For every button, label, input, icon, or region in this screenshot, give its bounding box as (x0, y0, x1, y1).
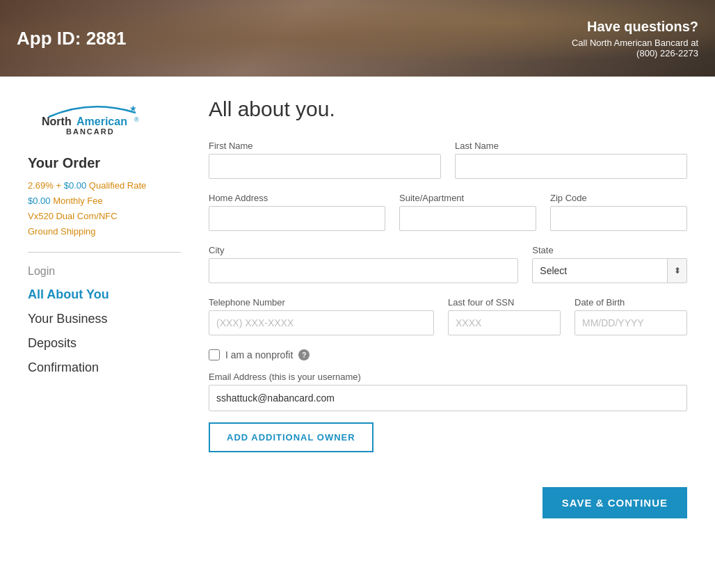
email-label: Email Address (this is your username) (209, 372, 687, 382)
zip-input[interactable] (550, 206, 687, 231)
first-name-input[interactable] (209, 154, 441, 179)
contact-row: Telephone Number Last four of SSN Date o… (209, 297, 687, 335)
ssn-group: Last four of SSN (448, 297, 561, 335)
state-select-wrapper: Select AL AK AZ CA CO FL GA NY TX ⬍ (532, 258, 687, 283)
sidebar-nav: Login All About You Your Business Deposi… (28, 265, 181, 375)
state-dropdown-arrow-icon[interactable]: ⬍ (668, 258, 687, 283)
sidebar: ★ North American ® BANCARD Your Order 2.… (28, 97, 181, 518)
sidebar-item-your-business[interactable]: Your Business (28, 312, 181, 326)
address-row: Home Address Suite/Apartment Zip Code (209, 193, 687, 231)
first-name-label: First Name (209, 141, 441, 151)
sidebar-item-deposits[interactable]: Deposits (28, 336, 181, 351)
sidebar-item-confirmation[interactable]: Confirmation (28, 360, 181, 375)
logo-container: ★ North American ® BANCARD (28, 97, 181, 138)
city-input[interactable] (209, 258, 518, 283)
home-address-group: Home Address (209, 193, 385, 231)
have-questions-text: Have questions? (572, 19, 698, 35)
app-id: App ID: 2881 (17, 28, 127, 49)
form-area: All about you. First Name Last Name Home… (209, 97, 687, 518)
order-details: 2.69% + $0.00 Qualified Rate $0.00 Month… (28, 178, 181, 239)
svg-text:North: North (42, 116, 72, 127)
sidebar-item-login[interactable]: Login (28, 265, 181, 278)
state-label: State (532, 245, 687, 255)
zip-group: Zip Code (550, 193, 687, 231)
sidebar-divider (28, 252, 181, 253)
city-label: City (209, 245, 518, 255)
svg-text:®: ® (134, 116, 139, 123)
form-title: All about you. (209, 97, 687, 121)
header: App ID: 2881 Have questions? Call North … (0, 0, 715, 77)
your-order-title: Your Order (28, 155, 181, 171)
main-container: ★ North American ® BANCARD Your Order 2.… (0, 77, 715, 546)
name-row: First Name Last Name (209, 141, 687, 179)
svg-text:★: ★ (129, 104, 137, 113)
telephone-input[interactable] (209, 310, 434, 335)
nonprofit-checkbox[interactable] (209, 349, 220, 360)
sidebar-item-all-about-you[interactable]: All About You (28, 287, 181, 302)
zip-label: Zip Code (550, 193, 687, 203)
last-name-label: Last Name (455, 141, 687, 151)
order-detail-fee: $0.00 Monthly Fee (28, 193, 181, 209)
telephone-label: Telephone Number (209, 297, 434, 308)
email-group: Email Address (this is your username) (209, 372, 687, 411)
city-group: City (209, 245, 518, 283)
nonprofit-row: I am a nonprofit ? (209, 349, 687, 360)
suite-group: Suite/Apartment (399, 193, 536, 231)
add-owner-container: ADD ADDITIONAL OWNER (209, 411, 687, 452)
nonprofit-label: I am a nonprofit (225, 349, 293, 360)
email-input[interactable] (209, 385, 687, 411)
order-detail-shipping: Ground Shipping (28, 224, 181, 239)
dob-label: Date of Birth (575, 297, 687, 308)
telephone-group: Telephone Number (209, 297, 434, 335)
svg-text:American: American (77, 116, 127, 127)
suite-label: Suite/Apartment (399, 193, 536, 203)
home-address-input[interactable] (209, 206, 385, 231)
save-continue-button[interactable]: SAVE & CONTINUE (543, 487, 687, 518)
nonprofit-help-icon[interactable]: ? (298, 349, 310, 360)
ssn-input[interactable] (448, 310, 561, 335)
dob-input[interactable] (575, 310, 687, 335)
header-contact: Have questions? Call North American Banc… (572, 19, 698, 58)
call-text: Call North American Bancard at (800) 226… (572, 38, 698, 58)
ssn-label: Last four of SSN (448, 297, 561, 308)
last-name-input[interactable] (455, 154, 687, 179)
order-detail-device: Vx520 Dual Com/NFC (28, 209, 181, 224)
suite-input[interactable] (399, 206, 536, 231)
city-state-row: City State Select AL AK AZ CA CO FL GA N… (209, 245, 687, 283)
save-continue-row: SAVE & CONTINUE (209, 487, 687, 518)
last-name-group: Last Name (455, 141, 687, 179)
state-select[interactable]: Select AL AK AZ CA CO FL GA NY TX (532, 258, 668, 283)
first-name-group: First Name (209, 141, 441, 179)
svg-text:BANCARD: BANCARD (66, 127, 115, 136)
dob-group: Date of Birth (575, 297, 687, 335)
company-logo: ★ North American ® BANCARD (28, 97, 153, 136)
add-additional-owner-button[interactable]: ADD ADDITIONAL OWNER (209, 422, 373, 452)
home-address-label: Home Address (209, 193, 385, 203)
order-detail-rate: 2.69% + $0.00 Qualified Rate (28, 178, 181, 193)
state-group: State Select AL AK AZ CA CO FL GA NY TX (532, 245, 687, 283)
